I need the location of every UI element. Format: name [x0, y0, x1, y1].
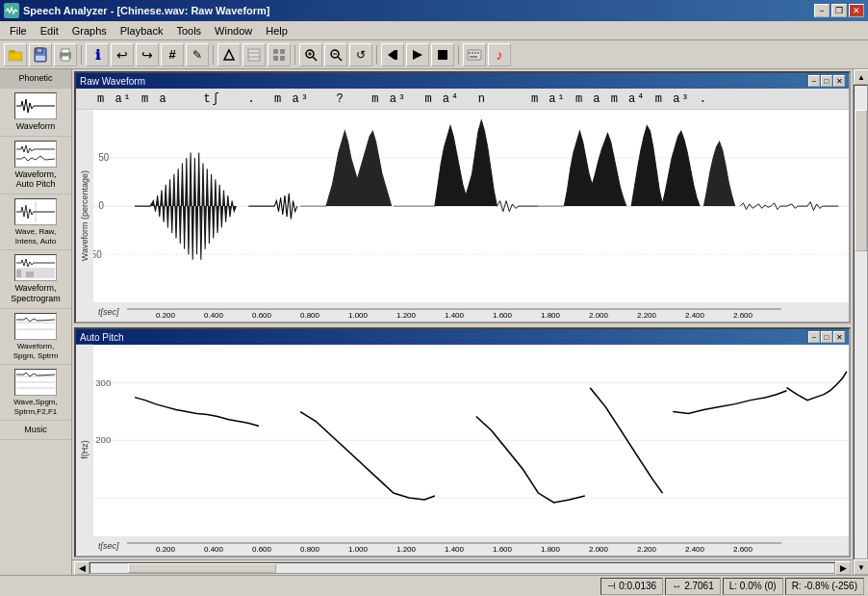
undo-button[interactable]: ↩ — [111, 43, 134, 66]
svg-text:200: 200 — [95, 436, 111, 446]
v-scrollbar[interactable]: ▲ ▼ — [853, 69, 868, 575]
sidebar-item-music[interactable]: Music — [0, 421, 71, 440]
raw-waveform-restore[interactable]: □ — [821, 75, 832, 87]
svg-rect-34 — [477, 52, 479, 54]
open-button[interactable] — [4, 43, 27, 66]
title-bar: Speech Analyzer - [Chinese.wav: Raw Wave… — [0, 0, 868, 21]
sidebar-item-waveform-spgm-sptrm[interactable]: Waveform,Spgm, Sptrm — [0, 309, 71, 365]
separator5 — [458, 45, 459, 65]
sidebar-item-wave-raw[interactable]: Wave, Raw,Intens, Auto — [0, 194, 71, 250]
svg-rect-2 — [9, 52, 22, 61]
svg-rect-17 — [273, 56, 278, 61]
pitch-chart-container: f(Hz) 300 200 — [76, 345, 849, 556]
duration-panel: ↔ 2.7061 — [665, 578, 721, 595]
redo-button[interactable]: ↪ — [136, 43, 159, 66]
h-scrollbar[interactable]: ◀ ▶ — [72, 559, 853, 575]
prev-button[interactable] — [381, 43, 404, 66]
grid-button[interactable] — [268, 43, 291, 66]
menu-graphs[interactable]: Graphs — [66, 23, 113, 39]
wave-raw-icon — [14, 198, 57, 225]
svg-text:0: 0 — [98, 200, 104, 211]
separator1 — [81, 45, 82, 65]
auto-pitch-title: Auto Pitch — [80, 332, 124, 343]
svg-text:2.000: 2.000 — [589, 311, 609, 320]
menu-tools[interactable]: Tools — [170, 23, 207, 39]
scroll-right-button[interactable]: ▶ — [835, 561, 851, 575]
svg-text:1.400: 1.400 — [445, 311, 465, 320]
v-scroll-down-button[interactable]: ▼ — [854, 559, 868, 575]
pitch-y-axis: f(Hz) — [76, 345, 93, 556]
menu-file[interactable]: File — [4, 23, 33, 39]
svg-marker-28 — [413, 50, 422, 60]
spectrogram-button[interactable] — [243, 43, 266, 66]
v-scroll-up-button[interactable]: ▲ — [854, 69, 868, 85]
separator3 — [294, 45, 295, 65]
sidebar-item-wave-raw-label: Wave, Raw,Intens, Auto — [15, 227, 56, 246]
svg-text:2.400: 2.400 — [685, 311, 705, 320]
svg-text:1.800: 1.800 — [541, 545, 561, 554]
svg-rect-8 — [62, 49, 69, 53]
svg-rect-6 — [36, 56, 45, 61]
auto-pitch-restore[interactable]: □ — [821, 331, 832, 343]
scrollbar-thumb[interactable] — [128, 563, 277, 573]
svg-rect-32 — [472, 52, 473, 54]
triangle-button[interactable] — [217, 43, 241, 66]
svg-line-24 — [338, 57, 342, 61]
menu-edit[interactable]: Edit — [35, 23, 64, 39]
pitch-chart[interactable]: 300 200 — [93, 345, 849, 536]
sidebar-item-waveform-spectrogram-label: Waveform,Spectrogram — [11, 283, 61, 304]
svg-text:0.400: 0.400 — [204, 545, 224, 554]
menu-help[interactable]: Help — [260, 23, 294, 39]
sidebar-item-waveform-spectrogram[interactable]: Waveform,Spectrogram — [0, 250, 71, 309]
right-level: R: -0.8% (-256) — [792, 581, 857, 591]
svg-rect-40 — [26, 272, 34, 277]
music-button[interactable]: ♪ — [488, 43, 511, 66]
v-scroll-track[interactable] — [854, 85, 868, 559]
scroll-left-button[interactable]: ◀ — [74, 561, 89, 575]
save-button[interactable] — [29, 43, 52, 66]
raw-waveform-close[interactable]: ✕ — [833, 75, 845, 87]
sidebar-item-waveform-spgm-sptrm-label: Waveform,Spgm, Sptrm — [13, 342, 59, 360]
svg-line-20 — [313, 57, 317, 61]
waveform-x-axis: t[sec] 0.200 0.400 0.600 0.800 1.000 1.2… — [93, 302, 849, 322]
stop-button[interactable] — [431, 43, 454, 66]
loop-button[interactable]: ↺ — [349, 43, 372, 66]
waveform-chart[interactable]: 50 0 -50 — [93, 110, 849, 302]
menu-window[interactable]: Window — [209, 23, 258, 39]
svg-text:0.600: 0.600 — [252, 545, 272, 554]
phonetic-text: m a¹ m a tʃ . m a³ ? m a³ m a⁴ n m a¹ m … — [97, 91, 708, 106]
info-button[interactable]: ℹ — [86, 43, 109, 66]
waveform-spectrogram-icon — [14, 254, 57, 281]
menu-playback[interactable]: Playback — [115, 23, 169, 39]
edit-button[interactable]: ✎ — [186, 43, 209, 66]
print-button[interactable] — [54, 43, 77, 66]
scrollbar-track[interactable] — [89, 562, 835, 574]
raw-waveform-minimize[interactable]: − — [808, 75, 820, 87]
restore-button[interactable]: ❐ — [831, 4, 847, 17]
pitch-x-label: t[sec] — [98, 541, 119, 551]
cursor-icon: ⊣ — [607, 581, 616, 591]
play-button[interactable] — [406, 43, 429, 66]
svg-text:-50: -50 — [93, 248, 102, 259]
svg-text:2.200: 2.200 — [637, 311, 657, 320]
sidebar-item-waveform[interactable]: Waveform — [0, 89, 71, 137]
v-scroll-thumb[interactable] — [855, 110, 867, 251]
auto-pitch-close[interactable]: ✕ — [833, 331, 845, 343]
svg-rect-18 — [280, 56, 285, 61]
zoom-out-button[interactable] — [324, 43, 347, 66]
keyboard-button[interactable] — [463, 43, 486, 66]
auto-pitch-minimize[interactable]: − — [808, 331, 820, 343]
svg-text:1.000: 1.000 — [348, 545, 369, 554]
title-controls: − ❐ ✕ — [814, 4, 864, 17]
raw-waveform-title: Raw Waveform — [80, 76, 145, 87]
svg-text:0.600: 0.600 — [252, 311, 272, 320]
svg-rect-29 — [438, 50, 447, 60]
minimize-button[interactable]: − — [814, 4, 830, 17]
sidebar-item-wave-spgm-sptrm-f2f1[interactable]: Wave,Spgm,Sptrm,F2,F1 — [0, 365, 71, 421]
sidebar-item-phonetic[interactable]: Phonetic — [0, 69, 71, 89]
zoom-in-button[interactable] — [299, 43, 322, 66]
svg-text:0.400: 0.400 — [204, 311, 224, 320]
sidebar-item-waveform-autopitch[interactable]: Waveform,Auto Pitch — [0, 137, 71, 195]
close-button[interactable]: ✕ — [849, 4, 864, 17]
hash-button[interactable]: # — [161, 43, 184, 66]
